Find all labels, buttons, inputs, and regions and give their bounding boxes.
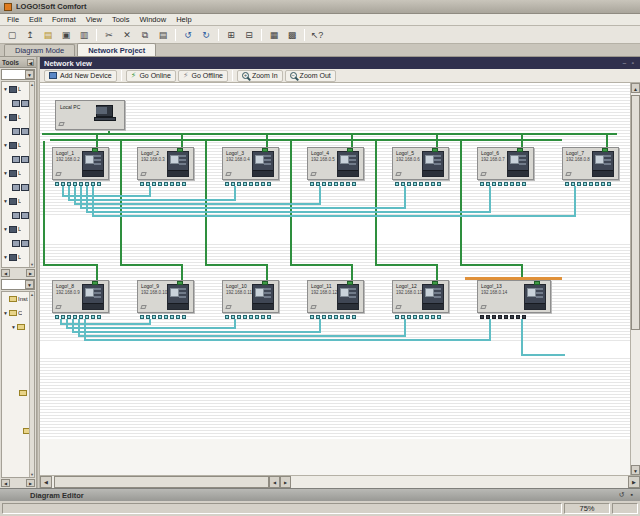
image-icon[interactable]: ▩: [284, 28, 300, 42]
tree-horizontal-scrollbar[interactable]: ◀ ▶: [0, 478, 36, 488]
logo-device-node[interactable]: Logo!_12 192.168.0.13: [392, 280, 449, 313]
green-wire: [96, 135, 98, 147]
ethernet-port-icon: [352, 182, 356, 186]
paste-icon[interactable]: ▤: [155, 28, 171, 42]
tab-network-project[interactable]: Network Project: [77, 43, 156, 56]
vertical-scrollbar[interactable]: ▲ ▼: [630, 83, 640, 475]
zoom-in-button[interactable]: +Zoom In: [237, 70, 283, 82]
go-offline-button[interactable]: ⚡Go Offline: [178, 70, 228, 82]
print-icon[interactable]: ▥: [76, 28, 92, 42]
network-canvas[interactable]: Local PC Logo!_1 192.168.0.2 Logo!_2 192…: [40, 83, 630, 475]
menu-window[interactable]: Window: [134, 14, 171, 25]
button-label: Zoom Out: [300, 72, 331, 79]
menu-format[interactable]: Format: [47, 14, 81, 25]
logo-device-node[interactable]: Logo!_3 192.168.0.4: [222, 147, 279, 180]
menu-view[interactable]: View: [81, 14, 107, 25]
tab-diagram-mode[interactable]: Diagram Mode: [4, 44, 75, 56]
logo-device-node[interactable]: Logo!_10 192.168.0.11: [222, 280, 279, 313]
go-online-button[interactable]: ⚡Go Online: [126, 70, 176, 82]
ethernet-port-icon: [79, 182, 83, 186]
tools-panel-title: Tools: [2, 59, 19, 66]
ethernet-port-icon: [152, 182, 156, 186]
delete-icon[interactable]: ✕: [119, 28, 135, 42]
ethernet-port-icon: [328, 315, 332, 319]
cut-icon[interactable]: ✂: [101, 28, 117, 42]
menu-tools[interactable]: Tools: [107, 14, 135, 25]
scroll-left-icon[interactable]: ◀: [40, 476, 52, 488]
add-new-device-button[interactable]: Add New Device: [44, 70, 117, 82]
logo-device-node[interactable]: Logo!_4 192.168.0.5: [307, 147, 364, 180]
green-wire: [606, 135, 608, 147]
collapse-sidebar-button[interactable]: ◀: [27, 59, 34, 66]
teal-wire: [234, 186, 236, 201]
help-cursor-icon[interactable]: ↖?: [309, 28, 325, 42]
ethernet-port-icon: [158, 182, 162, 186]
logo-device-node[interactable]: Logo!_1 192.168.0.2: [52, 147, 109, 180]
ethernet-port-icon: [486, 182, 490, 186]
new-file-icon[interactable]: ▢: [4, 28, 20, 42]
scroll-left-icon[interactable]: ◀: [1, 479, 10, 487]
instructions-dropdown[interactable]: ▼: [1, 279, 35, 290]
redo-icon[interactable]: ↻: [198, 28, 214, 42]
panel-window-icons[interactable]: – ▫: [623, 60, 636, 66]
zoom-out-button[interactable]: −Zoom Out: [285, 70, 336, 82]
ethernet-port-icon: [61, 182, 65, 186]
device-name: Logo!_9: [141, 283, 159, 289]
tree-vertical-scrollbar[interactable]: ▲▼: [29, 292, 34, 477]
split-grid-icon[interactable]: ⊟: [241, 28, 257, 42]
vertical-scroll-thumb[interactable]: [631, 95, 640, 330]
teal-wire: [80, 186, 82, 209]
logo-module-icon: [21, 240, 29, 247]
scroll-right-icon[interactable]: ▶: [26, 269, 35, 277]
logo-device-node[interactable]: Logo!_13 192.168.0.14: [477, 280, 551, 313]
logo-device-node[interactable]: Logo!_9 192.168.0.10: [137, 280, 194, 313]
scroll-up-icon[interactable]: ▲: [631, 83, 640, 93]
logo-device-node[interactable]: Logo!_5 192.168.0.6: [392, 147, 449, 180]
edit-icon: [225, 305, 231, 309]
ethernet-port-icon: [73, 182, 77, 186]
ethernet-port-icon: [432, 148, 438, 152]
local-pc-node[interactable]: Local PC: [55, 100, 125, 130]
ethernet-port-icon: [534, 281, 540, 285]
ethernet-port-icon: [347, 281, 353, 285]
status-bar: 75%: [0, 501, 640, 516]
scroll-right-icon[interactable]: ▶: [628, 476, 640, 488]
logo-device-node[interactable]: Logo!_2 192.168.0.3: [137, 147, 194, 180]
green-wire: [375, 141, 377, 266]
ethernet-port-icon: [85, 182, 89, 186]
scroll-left-icon[interactable]: ◀: [1, 269, 10, 277]
horizontal-scroll-thumb[interactable]: [54, 476, 269, 488]
app-logo-icon: [4, 3, 12, 11]
import-icon[interactable]: ↥: [22, 28, 38, 42]
green-wire: [43, 141, 45, 266]
logo-device-node[interactable]: Logo!_6 192.168.0.7: [477, 147, 534, 180]
canvas-band: [40, 216, 630, 242]
logo-device-node[interactable]: Logo!_8 192.168.0.9: [52, 280, 109, 313]
ethernet-port-icon: [347, 148, 353, 152]
ethernet-port-icon: [492, 315, 496, 319]
menu-edit[interactable]: Edit: [24, 14, 47, 25]
tree-vertical-scrollbar[interactable]: ▲▼: [29, 82, 34, 267]
device-name: Logo!_1: [56, 150, 74, 156]
menu-file[interactable]: File: [2, 14, 24, 25]
grid-icon[interactable]: ⊞: [223, 28, 239, 42]
open-folder-icon[interactable]: ▤: [40, 28, 56, 42]
save-icon[interactable]: ▣: [58, 28, 74, 42]
tree-horizontal-scrollbar[interactable]: ◀ ▶: [0, 268, 36, 278]
edit-icon: [225, 172, 231, 176]
diagram-editor-bar[interactable]: Diagram Editor ↺ ▪: [0, 488, 640, 501]
table-icon[interactable]: ▦: [266, 28, 282, 42]
undo-icon[interactable]: ↺: [180, 28, 196, 42]
scroll-down-icon[interactable]: ▼: [631, 465, 640, 475]
scrollbar-split-handle[interactable]: ◀▶: [269, 476, 291, 488]
tools-category-dropdown[interactable]: ▼: [1, 69, 35, 80]
copy-icon[interactable]: ⧉: [137, 28, 153, 42]
horizontal-scrollbar[interactable]: ◀ ◀▶ ▶: [40, 475, 640, 488]
logo-module-icon: [21, 212, 29, 219]
menu-help[interactable]: Help: [171, 14, 196, 25]
device-ip: 192.168.0.10: [141, 290, 167, 295]
logo-device-node[interactable]: Logo!_7 192.168.0.8: [562, 147, 619, 180]
scroll-right-icon[interactable]: ▶: [26, 479, 35, 487]
logo-device-node[interactable]: Logo!_11 192.168.0.12: [307, 280, 364, 313]
diagram-editor-window-icons[interactable]: ↺ ▪: [619, 491, 635, 499]
